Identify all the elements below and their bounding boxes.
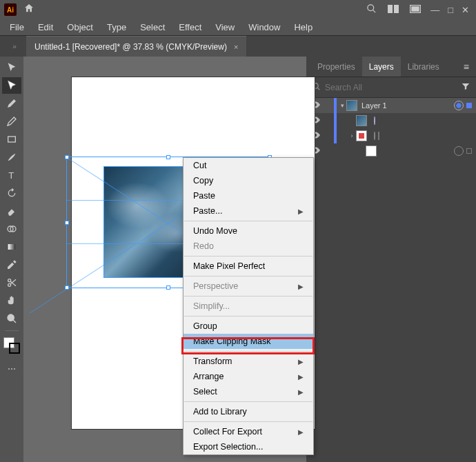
target-icon[interactable] <box>374 117 375 125</box>
context-menu-item[interactable]: Undo Move <box>184 223 313 239</box>
selection-indicator[interactable] <box>466 103 472 108</box>
workspace-switcher-icon[interactable] <box>388 5 399 15</box>
submenu-arrow-icon: ▶ <box>298 373 304 381</box>
submenu-arrow-icon: ▶ <box>298 208 304 215</box>
eraser-tool[interactable] <box>2 203 21 219</box>
context-menu-item: Perspective▶ <box>184 279 313 294</box>
gradient-tool[interactable] <box>2 239 21 255</box>
context-menu-item[interactable]: Cut <box>184 158 313 173</box>
menu-window[interactable]: Window <box>241 22 287 32</box>
window-maximize-icon[interactable]: □ <box>448 5 453 15</box>
target-icon[interactable] <box>454 146 464 156</box>
tab-libraries[interactable]: Libraries <box>401 57 446 77</box>
handle-bot-mid[interactable] <box>166 285 170 290</box>
home-icon[interactable] <box>23 3 34 17</box>
document-tab-bar: » Untitled-1 [Recovered]* @ 37.83 % (CMY… <box>0 36 476 57</box>
svg-point-0 <box>368 5 374 11</box>
tab-properties[interactable]: Properties <box>310 57 362 77</box>
layer-row[interactable]: ▾Layer 1 <box>306 98 476 113</box>
context-menu-label: Undo Move <box>193 226 237 236</box>
context-menu-item[interactable]: Make Clipping Mask <box>184 334 313 349</box>
svg-rect-3 <box>394 5 399 13</box>
context-menu-item[interactable]: Group <box>184 319 313 334</box>
selection-indicator[interactable] <box>466 148 472 154</box>
selection-tool[interactable] <box>2 59 21 76</box>
shape-builder-tool[interactable] <box>2 221 21 237</box>
panel-menu-icon[interactable]: ≡ <box>461 61 472 72</box>
svg-rect-10 <box>8 244 16 250</box>
layer-name[interactable]: Layer 1 <box>361 101 451 110</box>
menu-type[interactable]: Type <box>100 22 133 32</box>
layer-row[interactable] <box>306 113 476 128</box>
target-icon[interactable] <box>374 132 375 140</box>
right-panel-group: Properties Layers Libraries ≡ ▾Layer 1› <box>306 57 476 462</box>
close-tab-icon[interactable]: × <box>234 43 238 51</box>
arrange-documents-icon[interactable] <box>410 5 421 15</box>
context-menu-label: Perspective <box>193 281 238 291</box>
disclosure-twist[interactable]: › <box>348 132 356 139</box>
menu-help[interactable]: Help <box>287 22 319 32</box>
handle-bot-left[interactable] <box>65 285 69 290</box>
context-menu-label: Arrange <box>193 372 224 381</box>
title-bar: Ai — □ ✕ <box>0 0 476 19</box>
selection-color-bar <box>334 128 337 143</box>
layer-thumbnail <box>356 115 367 126</box>
handle-mid-left[interactable] <box>65 221 69 225</box>
menu-select[interactable]: Select <box>133 22 172 32</box>
context-menu-item[interactable]: Arrange▶ <box>184 369 313 384</box>
paintbrush-tool[interactable] <box>2 149 21 165</box>
menu-effect[interactable]: Effect <box>172 22 208 32</box>
context-menu-item[interactable]: Export Selection... <box>184 439 313 454</box>
menu-file[interactable]: File <box>3 22 31 32</box>
layer-name[interactable] <box>371 132 476 140</box>
direct-selection-tool[interactable] <box>2 77 21 94</box>
scissors-tool[interactable] <box>2 274 21 291</box>
context-menu-item[interactable]: Copy <box>184 173 313 188</box>
context-menu-label: Redo <box>193 241 214 251</box>
svg-rect-6 <box>8 137 16 142</box>
context-menu-item[interactable]: Select▶ <box>184 384 313 399</box>
layer-name[interactable] <box>371 117 476 125</box>
layer-thumbnail <box>366 145 377 157</box>
pen-tool[interactable] <box>2 95 21 112</box>
zoom-tool[interactable] <box>2 310 21 327</box>
context-menu-separator <box>184 296 313 297</box>
menu-view[interactable]: View <box>208 22 241 32</box>
context-menu-item[interactable]: Paste...▶ <box>184 203 313 219</box>
handle-top-mid[interactable] <box>166 155 170 159</box>
context-menu-item[interactable]: Collect For Export▶ <box>184 424 313 439</box>
context-menu-item[interactable]: Paste <box>184 188 313 203</box>
rectangle-tool[interactable] <box>2 131 21 148</box>
target-icon[interactable] <box>454 101 464 110</box>
window-close-icon[interactable]: ✕ <box>462 5 469 15</box>
context-menu-item[interactable]: Transform▶ <box>184 354 313 369</box>
context-menu-label: Copy <box>193 176 213 185</box>
layer-row[interactable]: › <box>306 128 476 143</box>
rotate-tool[interactable] <box>2 185 21 201</box>
handle-top-left[interactable] <box>65 155 69 159</box>
eyedropper-tool[interactable] <box>2 257 21 273</box>
context-menu-label: Cut <box>193 161 206 170</box>
type-tool[interactable]: T <box>2 167 21 183</box>
context-menu-separator <box>184 276 313 277</box>
document-tab[interactable]: Untitled-1 [Recovered]* @ 37.83 % (CMYK/… <box>26 36 246 57</box>
context-menu-item[interactable]: Make Pixel Perfect <box>184 259 313 274</box>
menu-object[interactable]: Object <box>60 22 100 32</box>
context-menu-label: Make Pixel Perfect <box>193 261 265 271</box>
edit-toolbar-icon[interactable]: ⋯ <box>2 361 21 377</box>
hand-tool[interactable] <box>2 292 21 309</box>
window-minimize-icon[interactable]: — <box>430 5 439 15</box>
search-icon[interactable] <box>366 3 377 16</box>
tab-layers[interactable]: Layers <box>362 57 401 77</box>
layers-search-input[interactable] <box>325 83 457 92</box>
filter-icon[interactable] <box>461 81 470 93</box>
curvature-tool[interactable] <box>2 113 21 130</box>
disclosure-twist[interactable]: ▾ <box>338 102 346 109</box>
context-menu-item[interactable]: Add to Library <box>184 404 313 419</box>
fill-stroke-swatches[interactable] <box>3 337 20 354</box>
layer-row[interactable] <box>306 143 476 159</box>
menu-edit[interactable]: Edit <box>31 22 60 32</box>
context-menu-label: Group <box>193 321 217 331</box>
panel-tabs: Properties Layers Libraries ≡ <box>306 57 476 77</box>
selection-indicator[interactable] <box>378 132 379 140</box>
